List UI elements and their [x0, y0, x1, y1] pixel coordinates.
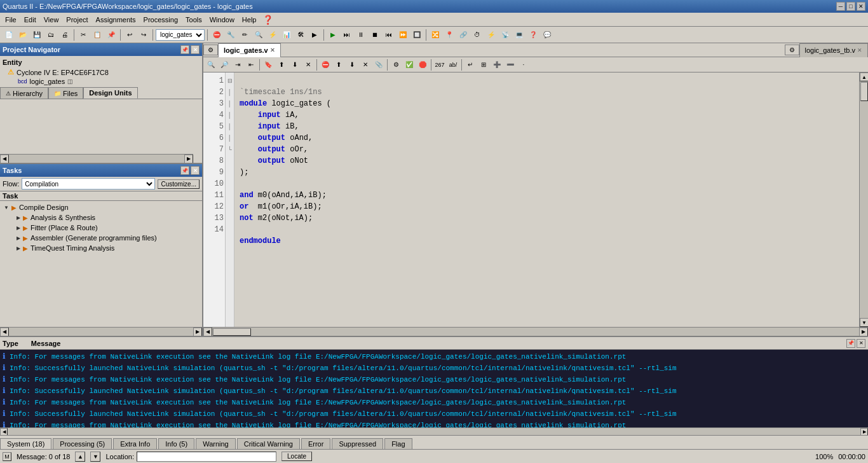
tb-help2[interactable]: ❓ — [527, 29, 539, 41]
project-combo[interactable]: logic_gates — [156, 29, 205, 41]
vscroll-thumb[interactable] — [860, 82, 868, 101]
locate-button[interactable]: Locate — [281, 452, 312, 461]
tb-chat[interactable]: 💬 — [541, 29, 553, 41]
tb-timing[interactable]: ⏱ — [471, 29, 484, 41]
tb-rewind[interactable]: ⏮ — [383, 29, 395, 41]
tab-hierarchy[interactable]: ⚠ Hierarchy — [0, 87, 48, 99]
menu-view[interactable]: View — [40, 15, 63, 25]
ed-stop[interactable]: 🛑 — [416, 59, 429, 71]
tb-fwd[interactable]: ⏩ — [397, 29, 409, 41]
minimize-button[interactable]: ─ — [836, 2, 845, 11]
tb-btn7[interactable]: 🔍 — [252, 29, 265, 41]
flow-select[interactable]: Compilation — [22, 178, 155, 190]
status-tab-extra-info[interactable]: Extra Info — [113, 438, 157, 449]
msg-hscroll[interactable]: ◀ ▶ — [0, 427, 868, 435]
msg-side-tab[interactable]: M — [3, 452, 11, 461]
ed-whitespace[interactable]: · — [517, 59, 530, 71]
tb-netlist[interactable]: 🔲 — [410, 29, 423, 41]
tab-files[interactable]: 📁 Files — [48, 87, 83, 99]
ed-clr-book[interactable]: ✕ — [302, 59, 315, 71]
code-editor[interactable]: `timescale 1ns/1ns module logic_gates ( … — [234, 73, 859, 327]
tb-btn10[interactable]: 🛠 — [294, 29, 307, 41]
ed-split[interactable]: ⊞ — [477, 59, 490, 71]
close-button[interactable]: ✕ — [857, 2, 865, 11]
menu-edit[interactable]: Edit — [20, 15, 40, 25]
status-tab-processing[interactable]: Processing (5) — [53, 438, 112, 449]
vscroll-up[interactable]: ▲ — [860, 73, 868, 81]
tb-print[interactable]: 🖨 — [58, 29, 71, 41]
status-tab-suppressed[interactable]: Suppressed — [332, 438, 383, 449]
tb-rtl[interactable]: 🔀 — [429, 29, 442, 41]
tb-new[interactable]: 📄 — [3, 29, 15, 41]
tab-design-units[interactable]: Design Units — [83, 87, 137, 99]
hscroll-right[interactable]: ▶ — [859, 328, 868, 336]
ed-bp-clr[interactable]: ✕ — [359, 59, 372, 71]
tasks-hscroll-right[interactable]: ▶ — [193, 328, 202, 336]
ed-num-toggle[interactable]: 267 — [433, 59, 446, 71]
tb-btn9[interactable]: 📊 — [280, 29, 293, 41]
editor-hscroll[interactable]: ◀ ▶ — [203, 327, 868, 336]
status-tab-warning[interactable]: Warning — [196, 438, 236, 449]
ed-search[interactable]: 🔍 — [205, 59, 217, 71]
customize-button[interactable]: Customize... — [158, 179, 200, 189]
ed-next-book[interactable]: ⬇ — [288, 59, 301, 71]
tb-pwr[interactable]: ⚡ — [485, 29, 498, 41]
menu-project[interactable]: Project — [62, 15, 92, 25]
tasks-pin-btn[interactable]: 📌 — [180, 166, 189, 175]
menu-assignments[interactable]: Assignments — [92, 15, 140, 25]
nav-hscroll[interactable]: ◀ ▶ — [0, 154, 193, 163]
status-tab-critical-warning[interactable]: Critical Warning — [237, 438, 300, 449]
menu-tools[interactable]: Tools — [182, 15, 206, 25]
tb-step[interactable]: ⏭ — [341, 29, 353, 41]
ed-zoom-out[interactable]: ➖ — [504, 59, 517, 71]
tasks-hscroll-left[interactable]: ◀ — [0, 328, 9, 336]
cyclone-item[interactable]: ⚠ Cyclone IV E: EP4CE6F17C8 — [3, 67, 200, 77]
hscroll-right[interactable]: ▶ — [184, 155, 193, 163]
tb-route[interactable]: 🔗 — [457, 29, 470, 41]
ed-zoom-in[interactable]: ➕ — [491, 59, 503, 71]
nav-chip-btn[interactable]: ⚙ — [203, 45, 218, 55]
ed-find-next[interactable]: 🔎 — [218, 59, 231, 71]
tb-prog[interactable]: 💻 — [513, 29, 526, 41]
hscroll-left[interactable]: ◀ — [0, 155, 9, 163]
tb-signaltap[interactable]: 📡 — [499, 29, 512, 41]
ed-clip[interactable]: 📎 — [372, 59, 385, 71]
ed-compile-check[interactable]: ✅ — [403, 59, 416, 71]
status-tab-system[interactable]: System (18) — [0, 438, 51, 449]
tb-run[interactable]: ▶ — [327, 29, 339, 41]
menu-processing[interactable]: Processing — [140, 15, 182, 25]
tb-undo[interactable]: ↩ — [123, 29, 136, 41]
tb-copy[interactable]: 📋 — [91, 29, 104, 41]
msg-nav-up[interactable]: ▲ — [75, 452, 85, 462]
task-compile-design[interactable]: ▼ ▶ Compile Design — [1, 202, 201, 212]
msg-nav-down[interactable]: ▼ — [90, 452, 100, 462]
status-tab-flag[interactable]: Flag — [384, 438, 412, 449]
menu-help[interactable]: Help — [238, 15, 261, 25]
tb-place[interactable]: 📍 — [443, 29, 456, 41]
location-input[interactable] — [137, 452, 276, 462]
tb-open[interactable]: 📂 — [17, 29, 29, 41]
tb-btn6[interactable]: ✏ — [238, 29, 251, 41]
nav-close-btn[interactable]: ✕ — [191, 45, 200, 54]
menu-window[interactable]: Window — [206, 15, 238, 25]
status-tab-error[interactable]: Error — [301, 438, 330, 449]
ed-bp-prev[interactable]: ⬆ — [332, 59, 345, 71]
tb-btn11[interactable]: ▶ — [308, 29, 321, 41]
task-fitter[interactable]: ▶ ▶ Fitter (Place & Route) — [1, 223, 201, 233]
ed-case-toggle[interactable]: ab/ — [447, 59, 459, 71]
logic-gates-item[interactable]: bcd logic_gates ◫ — [3, 77, 200, 86]
vscroll-down[interactable]: ▼ — [860, 318, 868, 327]
maximize-button[interactable]: □ — [846, 2, 855, 11]
menu-file[interactable]: File — [1, 15, 20, 25]
msg-close-btn[interactable]: ✕ — [857, 339, 865, 348]
tb-stop[interactable]: ⏹ — [369, 29, 381, 41]
tb-paste[interactable]: 📌 — [105, 29, 118, 41]
nav-chip-btn2[interactable]: ⚙ — [785, 45, 799, 55]
hscroll-left[interactable]: ◀ — [203, 328, 212, 336]
tb-save-all[interactable]: 🗂 — [44, 29, 57, 41]
tb-redo[interactable]: ↪ — [137, 29, 150, 41]
task-assembler[interactable]: ▶ ▶ Assembler (Generate programming file… — [1, 233, 201, 243]
tb-pause[interactable]: ⏸ — [355, 29, 367, 41]
nav-pin-btn[interactable]: 📌 — [180, 45, 189, 54]
editor-tab-main[interactable]: logic_gates.v ✕ — [218, 43, 281, 57]
